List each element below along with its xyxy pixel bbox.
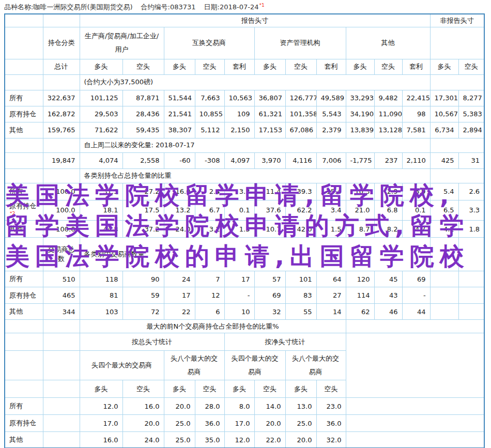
value-cell: 25.0: [285, 415, 316, 432]
value-cell: 22,415: [402, 90, 430, 106]
col-header-long: 多头: [430, 59, 458, 74]
value-cell: 2,110: [402, 152, 430, 168]
section-title-contract-size: (合约大小为37,500磅): [80, 74, 430, 90]
value-cell: 81: [80, 287, 122, 304]
value-cell: 87,871: [122, 90, 164, 106]
value-cell: 90: [122, 271, 164, 287]
value-cell: 55: [285, 304, 316, 320]
value-cell: 11.4: [254, 183, 285, 200]
section-title-pct-of-total: 各类别持仓占总持仓量的比重: [80, 168, 430, 183]
row-label: 所有: [5, 398, 43, 415]
value-cell: 43: [374, 287, 402, 304]
value-cell: 44: [402, 304, 430, 320]
value-cell: 109: [224, 106, 254, 122]
value-cell: 72: [122, 304, 164, 320]
value-cell: 100.0: [43, 183, 80, 200]
value-cell: 13,839: [346, 122, 374, 138]
value-cell: 16.0: [80, 432, 122, 448]
section-title-top8: 头八个最大的交易商: [285, 351, 346, 380]
value-cell: 7,581: [402, 122, 430, 138]
table-row: 各类别持仓占总持仓量的比重: [5, 168, 484, 183]
footnote-mark-1: *1: [259, 3, 264, 8]
value-cell: 59: [122, 287, 164, 304]
table-row: 原有持仓 465 81 59 17 12 - 69 83 27 114 43 -: [5, 287, 484, 304]
section-title-by-gross: 按总头寸统计: [80, 333, 224, 351]
value-cell: 10: [224, 304, 254, 320]
value-cell: 21.0: [346, 200, 374, 220]
value-cell: [430, 271, 458, 287]
value-cell: 51,544: [164, 90, 195, 106]
row-label: 原有持仓: [5, 106, 43, 122]
table-row: 原有持仓*2 100.0 18.1 17.5 13.2 6.7 0.1 37.6…: [5, 200, 484, 220]
table-row: 按总头寸统计 按净头寸统计: [5, 333, 484, 351]
value-cell: 13,128: [374, 122, 402, 138]
value-cell: 21,541: [164, 106, 195, 122]
value-cell: 162,872: [43, 106, 80, 122]
value-cell: 25.0: [164, 415, 195, 432]
value-cell: 3,970: [254, 152, 285, 168]
value-cell: 69: [402, 271, 430, 287]
col-header-total: 总计: [43, 59, 80, 74]
other-group-header: 其他: [346, 27, 430, 59]
row-label: 其他: [5, 221, 43, 238]
col-header-long: 多头: [80, 380, 122, 398]
value-cell: 98: [402, 106, 430, 122]
table-row: 所有 12.0 16.0 20.0 28.0 8.0 14.0 13.0 23.…: [5, 398, 484, 415]
value-cell: 17,301: [430, 90, 458, 106]
value-cell: 14.0: [254, 398, 285, 415]
contract-number: 合约编号:083731: [141, 3, 196, 11]
value-cell: 17: [164, 287, 195, 304]
value-cell: 237: [374, 152, 402, 168]
value-cell: 7: [195, 271, 224, 287]
table-row: 所有 100.0 31.3 27.2 16.0 2.4 3.3 11.4 39.…: [5, 183, 484, 200]
value-cell: 29,503: [80, 106, 122, 122]
report-positions-header: 报告头寸: [80, 14, 430, 27]
table-row: 原有持仓 17.0 20.0 25.0 36.0 17.0 20.0 25.0 …: [5, 415, 484, 432]
value-cell: 20.0: [164, 398, 195, 415]
col-header-short: 空头: [122, 59, 164, 74]
value-cell: [458, 287, 484, 304]
producer-group-header: 生产商/贸易商/加工企业/用户: [80, 27, 164, 59]
value-cell: 19,847: [43, 152, 80, 168]
value-cell: 8,277: [458, 90, 484, 106]
value-cell: 42.0: [285, 221, 316, 238]
value-cell: 120: [346, 271, 374, 287]
value-cell: 28.0: [195, 398, 224, 415]
table-row: 报告头寸 非报告头寸: [5, 14, 484, 27]
value-cell: 67,086: [285, 122, 316, 138]
col-header-short: 空头: [254, 380, 285, 398]
value-cell: 101,125: [80, 90, 122, 106]
section-title-change-since: 自上周二以来的变化量: 2018-07-17: [80, 138, 430, 152]
col-header-long: 多头: [346, 59, 374, 74]
value-cell: 3.3: [224, 183, 254, 200]
value-cell: 4,074: [80, 152, 122, 168]
value-cell: 6.8: [374, 200, 402, 220]
row-label: 原有持仓: [5, 415, 43, 432]
row-label: 所有: [5, 183, 43, 200]
value-cell: 2.4: [195, 183, 224, 200]
col-header-spread: 套利: [316, 59, 346, 74]
value-cell: 12.0: [80, 398, 122, 415]
col-header-long: 多头: [285, 380, 316, 398]
value-cell: 8.0: [224, 398, 254, 415]
table-row: 交易商总数 各类别中交易商数量: [5, 238, 484, 271]
value-cell: 3.4: [316, 200, 346, 220]
value-cell: 103: [80, 304, 122, 320]
value-cell: 69: [254, 287, 285, 304]
value-cell: 118: [80, 271, 122, 287]
value-cell: 1.5: [316, 221, 346, 238]
report-title: 品种名称:咖啡一洲际交易所(美国期货交易)合约编号:083731日期:2018-…: [4, 3, 491, 12]
value-cell: 1.3: [224, 221, 254, 238]
value-cell: 27.2: [122, 183, 164, 200]
value-cell: 1.8: [458, 221, 484, 238]
position-class-header: 持仓分类: [43, 27, 80, 59]
value-cell: 71,622: [80, 122, 122, 138]
table-row: 持仓分类 生产商/贸易商/加工企业/用户 互换交易商 资产管理机构 其他: [5, 27, 484, 59]
table-row: 所有 510 118 90 24 7 17 57 101 64 120 45 6…: [5, 271, 484, 287]
value-cell: 4.2: [430, 221, 458, 238]
value-cell: 34,190: [346, 106, 374, 122]
value-cell: 11,090: [374, 106, 402, 122]
value-cell: 101: [285, 271, 316, 287]
value-cell: -60: [164, 152, 195, 168]
section-title-traders-total: 交易商总数: [43, 238, 80, 271]
